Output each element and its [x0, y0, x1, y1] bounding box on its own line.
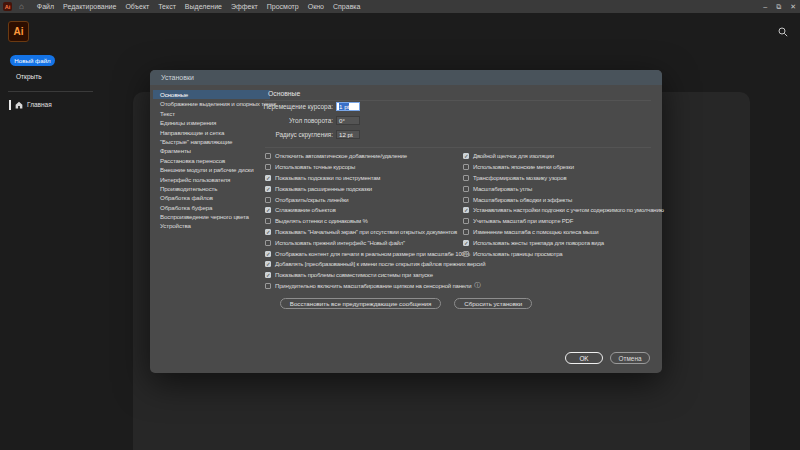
dialog-title[interactable]: Установки: [150, 70, 662, 85]
checkbox-row[interactable]: Масштабировать обводки и эффекты: [463, 194, 661, 205]
checkbox-row[interactable]: ✓Отображать контент для печати в реально…: [265, 248, 463, 259]
checkbox[interactable]: ✓: [265, 251, 271, 257]
divider: [265, 100, 651, 101]
checkbox[interactable]: [265, 164, 271, 170]
checkbox-row[interactable]: Выделять оттенки с одинаковым %: [265, 216, 463, 227]
illustrator-window: Ai ⌂ ФайлРедактированиеОбъектТекстВыделе…: [0, 0, 800, 450]
field-input[interactable]: 1 pt: [336, 102, 360, 111]
open-button[interactable]: Открыть: [16, 73, 42, 80]
app-mini-logo-icon: Ai: [3, 2, 12, 11]
checkbox-label: Добавлять [преобразованный] к имени посл…: [275, 261, 485, 267]
restore-icon[interactable]: ⧉: [776, 0, 781, 13]
checkbox[interactable]: [463, 197, 469, 203]
field-row: Радиус скругления:12 pt: [160, 130, 360, 139]
checkbox[interactable]: [265, 197, 271, 203]
checkbox[interactable]: [463, 218, 469, 224]
sidebar-item-home[interactable]: Главная: [9, 99, 52, 110]
checkbox[interactable]: [265, 283, 271, 289]
ok-button[interactable]: OK: [565, 352, 603, 364]
checkbox-row[interactable]: Изменение масштаба с помощью колеса мыши: [463, 227, 661, 238]
checkbox[interactable]: [463, 175, 469, 181]
menu-item[interactable]: Файл: [37, 3, 54, 10]
checkbox[interactable]: [265, 218, 271, 224]
checkbox-label: Использовать точные курсоры: [275, 164, 355, 170]
close-icon[interactable]: ✕: [790, 0, 796, 13]
checkbox-label: Принудительно включить масштабирование щ…: [275, 283, 471, 289]
checkbox-label: Показывать "Начальный экран" при отсутст…: [275, 229, 457, 235]
category-item[interactable]: Фрагменты: [153, 146, 270, 155]
field-row: Угол поворота:0°: [160, 116, 360, 125]
menu-item[interactable]: Выделение: [185, 3, 222, 10]
menu-item[interactable]: Объект: [125, 3, 149, 10]
search-icon[interactable]: [778, 23, 788, 33]
reset-preferences-button[interactable]: Сбросить установки: [454, 298, 532, 309]
minimize-icon[interactable]: –: [763, 0, 767, 13]
checkbox-label: Отображать контент для печати в реальном…: [275, 251, 470, 257]
checkbox[interactable]: [463, 186, 469, 192]
category-item[interactable]: Воспроизведение черного цвета: [153, 212, 270, 221]
checkbox-row[interactable]: ✓Показывать подсказки по инструментам: [265, 173, 463, 184]
checkbox-row[interactable]: Учитывать масштаб при импорте PDF: [463, 216, 661, 227]
menu-item[interactable]: Эффект: [231, 3, 258, 10]
new-file-button[interactable]: Новый файл: [10, 55, 55, 66]
section-header: Основные: [268, 90, 300, 97]
checkbox[interactable]: [265, 153, 271, 159]
checkbox-row[interactable]: Отобразить/скрыть линейки: [265, 194, 463, 205]
checkbox-row[interactable]: ✓Показывать проблемы совместимости систе…: [265, 270, 463, 281]
restore-warnings-button[interactable]: Восстановить все предупреждающие сообщен…: [280, 298, 442, 309]
category-item[interactable]: Интерфейс пользователя: [153, 175, 270, 184]
menu-item[interactable]: Текст: [158, 3, 176, 10]
checkbox-row[interactable]: Использовать прежний интерфейс "Новый фа…: [265, 237, 463, 248]
cancel-button[interactable]: Отмена: [610, 352, 650, 364]
titlebar-home-icon[interactable]: ⌂: [19, 0, 24, 13]
category-item[interactable]: Обработка файлов: [153, 193, 270, 202]
menu-item[interactable]: Просмотр: [267, 3, 299, 10]
category-item[interactable]: Внешние модули и рабочие диски: [153, 165, 270, 174]
checkbox[interactable]: ✓: [265, 229, 271, 235]
category-item[interactable]: Производительность: [153, 184, 270, 193]
checkbox-row[interactable]: ✓Двойной щелчок для изоляции: [463, 151, 661, 162]
checkbox[interactable]: ✓: [265, 175, 271, 181]
checkbox-row[interactable]: ✓Показывать "Начальный экран" при отсутс…: [265, 227, 463, 238]
category-item[interactable]: Расстановка переносов: [153, 156, 270, 165]
checkbox-label: Отключить автоматическое добавление/удал…: [275, 153, 407, 159]
checkbox-row[interactable]: Принудительно включить масштабирование щ…: [265, 281, 463, 292]
category-item[interactable]: Устройства: [153, 221, 270, 230]
checkbox[interactable]: ✓: [463, 153, 469, 159]
checkbox-row[interactable]: ✓Показывать расширенные подсказки: [265, 183, 463, 194]
menu-item[interactable]: Справка: [333, 3, 360, 10]
checkbox-row[interactable]: Отключить автоматическое добавление/удал…: [265, 151, 463, 162]
checkbox[interactable]: [463, 164, 469, 170]
checkbox-row[interactable]: Использовать точные курсоры: [265, 162, 463, 173]
checkbox-row[interactable]: ✓Использовать жесты трекпада для поворот…: [463, 237, 661, 248]
ok-cancel-row: OK Отмена: [565, 352, 650, 364]
checkbox-row[interactable]: Трансформировать мозаику узоров: [463, 173, 661, 184]
field-input[interactable]: 0°: [336, 116, 360, 125]
selected-text: 1 pt: [339, 103, 349, 110]
checkbox-label: Показывать подсказки по инструментам: [275, 175, 380, 181]
checkbox[interactable]: ✓: [265, 186, 271, 192]
menu-item[interactable]: Окно: [308, 3, 324, 10]
checkbox[interactable]: [463, 251, 469, 257]
checkbox-row[interactable]: ✓Добавлять [преобразованный] к имени пос…: [265, 259, 463, 270]
checkbox[interactable]: ✓: [265, 261, 271, 267]
checkbox[interactable]: [463, 229, 469, 235]
checkbox-row[interactable]: Использовать границы просмотра: [463, 248, 661, 259]
checkbox[interactable]: [265, 240, 271, 246]
checkbox[interactable]: ✓: [463, 207, 469, 213]
checkbox[interactable]: ✓: [463, 240, 469, 246]
field-input[interactable]: 12 pt: [336, 130, 360, 139]
checkbox-row[interactable]: ✓Сглаживание объектов: [265, 205, 463, 216]
checkbox-row[interactable]: Использовать японские метки обрезки: [463, 162, 661, 173]
checkbox[interactable]: ✓: [265, 207, 271, 213]
checkbox[interactable]: ✓: [265, 272, 271, 278]
category-item[interactable]: Основные: [153, 90, 270, 99]
checkbox-column-left: Отключить автоматическое добавление/удал…: [265, 151, 463, 291]
checkbox-row[interactable]: ✓Устанавливать настройки подгонки с учет…: [463, 205, 661, 216]
menu-item[interactable]: Редактирование: [63, 3, 116, 10]
category-item[interactable]: Обработка буфера: [153, 203, 270, 212]
footer-buttons: Восстановить все предупреждающие сообщен…: [150, 298, 662, 309]
checkbox-row[interactable]: Масштабировать углы: [463, 183, 661, 194]
menubar: Ai ⌂ ФайлРедактированиеОбъектТекстВыделе…: [0, 0, 800, 13]
info-icon[interactable]: ⓘ: [474, 281, 481, 290]
